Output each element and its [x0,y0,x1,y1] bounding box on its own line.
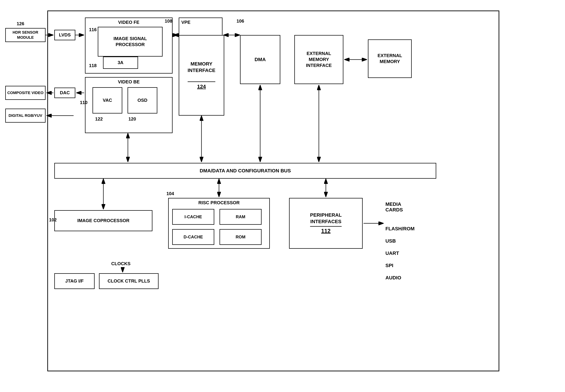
label-106: 106 [237,18,244,24]
external-memory-box: EXTERNAL MEMORY [368,39,412,78]
label-126: 126 [17,21,24,27]
image-coprocessor-box: IMAGE COPROCESSOR [54,210,152,231]
label-110: 110 [80,100,87,105]
audio-label: AUDIO [385,275,401,280]
icache-box: I-CACHE [172,209,214,225]
clocks-label: CLOCKS [111,261,130,266]
dma-bus-box: DMA/DATA AND CONFIGURATION BUS [54,163,436,179]
vac-box: VAC [93,87,122,113]
rom-box: ROM [220,229,262,245]
flash-rom-label: FLASH/ROM [385,226,414,232]
uart-label: UART [385,251,399,256]
video-fe-box: VIDEO FE IMAGE SIGNAL PROCESSOR 116 3A 1… [85,17,172,74]
threea-box: 3A [103,56,138,69]
ext-mem-interface-box: EXTERNAL MEMORY INTERFACE [294,35,343,84]
peripheral-interfaces-box: PERIPHERAL INTERFACES 112 [289,198,363,249]
video-be-box: VIDEO BE VAC OSD 122 120 [85,77,172,133]
label-118: 118 [89,63,97,69]
label-102: 102 [49,217,56,223]
memory-interface-box: MEMORY INTERFACE 124 [179,35,224,116]
label-116: 116 [89,27,97,33]
risc-processor-box: RISC PROCESSOR I-CACHE RAM D-CACHE ROM [168,198,270,249]
ram-box: RAM [220,209,262,225]
dac-box: DAC [54,88,75,98]
composite-video-box: COMPOSITE VIDEO [5,86,45,100]
hdr-sensor-module: HDR SENSOR MODULE [5,28,45,42]
media-cards-label: MEDIA CARDS [385,201,403,213]
jtag-box: JTAG I/F [54,273,95,289]
lvds-box: LVDS [54,30,75,40]
label-108: 108 [165,18,172,24]
dcache-box: D-CACHE [172,229,214,245]
label-122: 122 [95,116,103,122]
label-120: 120 [128,116,136,122]
osd-box: OSD [127,87,157,113]
isp-box: IMAGE SIGNAL PROCESSOR [98,27,163,56]
clock-ctrl-box: CLOCK CTRL PLLS [99,273,158,289]
usb-label: USB [385,238,396,244]
dma-box: DMA [240,35,280,84]
spi-label: SPI [385,263,393,268]
label-104: 104 [167,191,174,196]
digital-rgb-box: DIGITAL RGB/YUV [5,109,45,123]
diagram: HDR SENSOR MODULE 126 LVDS COMPOSITE VID… [0,0,565,392]
